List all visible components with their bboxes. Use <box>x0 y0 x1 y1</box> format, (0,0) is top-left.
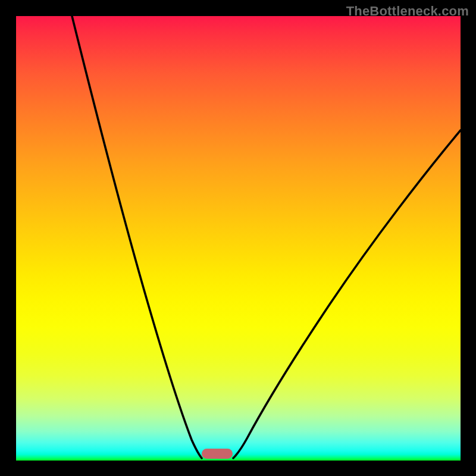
chart-container: TheBottleneck.com <box>0 0 476 476</box>
plot-area <box>16 16 461 461</box>
target-marker <box>202 449 233 459</box>
bottleneck-curve <box>16 16 461 461</box>
